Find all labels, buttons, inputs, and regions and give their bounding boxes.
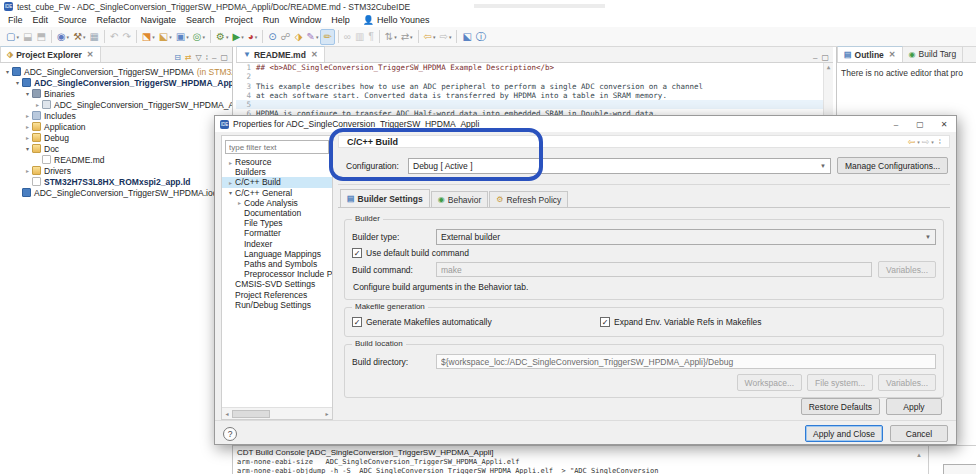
apply-and-close-button[interactable]: Apply and Close [805,425,883,442]
dropdown-caret-icon[interactable]: ▾ [255,34,258,40]
dropdown-caret-icon[interactable]: ▾ [169,34,172,40]
dropdown-caret-icon[interactable]: ▾ [449,34,452,40]
dialog-tree-hscrollbar[interactable]: ◂ ▸ [222,407,332,419]
dropdown-caret-icon[interactable]: ▾ [241,34,244,40]
close-icon[interactable]: ✕ [311,50,318,59]
block-select-icon[interactable]: ▥ [353,29,366,45]
search-icon[interactable]: ⊙ [266,29,278,45]
clean-icon[interactable]: ▦ [88,29,101,45]
scroll-left-icon[interactable]: ◂ [222,410,232,417]
twisty-open-icon[interactable]: ▾ [226,189,235,196]
back-icon[interactable]: ⇦▾ [422,29,438,45]
menu-window[interactable]: Window [284,15,326,25]
dropdown-caret-icon[interactable]: ▾ [433,34,436,40]
props-tree-item-builders[interactable]: Builders [222,167,332,177]
pin-icon[interactable]: ☍ [279,29,293,45]
build-external-icon[interactable]: ◉▾ [55,29,71,45]
build-hammer-icon[interactable]: ⚒▾ [71,29,87,45]
menu-search[interactable]: Search [181,15,220,25]
link-with-editor-icon[interactable]: ⇄ [185,53,192,62]
debug-icon[interactable]: ⚙▾ [214,29,230,45]
tab-project-explorer[interactable]: ⬗ Project Explorer ✕ [0,46,101,62]
minimize-icon[interactable]: ‒ [813,53,817,62]
cancel-button[interactable]: Cancel [890,425,948,442]
help-button[interactable]: ? [223,427,237,441]
variables-button[interactable]: Variables... [878,374,936,391]
new-stm32-project-icon[interactable]: ⬔▾ [140,29,157,45]
twisty-closed-icon[interactable]: ▸ [235,199,244,206]
props-tree-item-language-mappings[interactable]: Language Mappings [222,249,332,259]
tree-item-includes[interactable]: ▸Includes [0,110,232,121]
filter-icon[interactable]: ▽ [196,53,202,62]
dropdown-caret-icon[interactable]: ▾ [394,34,397,40]
close-icon[interactable]: ✕ [87,50,94,59]
back-icon[interactable]: ⇦ [908,137,916,147]
open-folder-icon[interactable]: ⬗ [293,29,305,45]
tree-item-stm32h7s3l8hx-romxspi2-app-ld[interactable]: STM32H7S3L8HX_ROMxspi2_app.ld [0,176,232,187]
dropdown-caret-icon[interactable]: ▾ [152,34,155,40]
last-edit-icon[interactable]: ⬕ [460,29,473,45]
filter-input[interactable] [225,140,329,154]
view-menu-icon[interactable]: ⁞ [206,53,208,62]
twisty-open-icon[interactable]: ▾ [23,145,32,152]
props-tree-item-c-c-build[interactable]: ▸C/C++ Build [222,177,332,187]
dropdown-caret-icon[interactable]: ▾ [186,34,189,40]
dropdown-caret-icon[interactable]: ▾ [16,34,19,40]
tab-refresh-policy[interactable]: ⚙Refresh Policy [489,191,568,207]
menu-source[interactable]: Source [53,15,92,25]
props-tree-item-preprocessor-include-pat[interactable]: Preprocessor Include Pat [222,269,332,279]
props-tree-item-cmsis-svd-settings[interactable]: CMSIS-SVD Settings [222,279,332,289]
run-icon[interactable]: ▶▾ [230,29,245,45]
dropdown-caret-icon[interactable]: ▾ [202,34,205,40]
tab-behavior[interactable]: ◉Behavior [431,191,489,207]
build-directory-input[interactable] [436,354,936,369]
tree-item-adc-singleconversion-triggersw[interactable]: ▾ADC_SingleConversion_TriggerSW_HPDMA(in… [0,66,232,77]
dialog-close-icon[interactable]: ✕ [932,116,956,132]
apply-button[interactable]: Apply [886,398,942,415]
tree-item-adc-singleconversion-triggersw[interactable]: ▾ADC_SingleConversion_TriggerSW_HPDMA_Ap… [0,77,232,88]
expand-env-refs-checkbox[interactable]: ✓ Expand Env. Variable Refs in Makefiles [600,317,762,327]
props-tree-item-indexer[interactable]: Indexer [222,239,332,249]
props-tree-item-file-types[interactable]: File Types [222,218,332,228]
dialog-maximize-icon[interactable]: ▢ [908,116,932,132]
tab-builder-settings[interactable]: ▤Builder Settings [340,189,430,207]
tree-item-doc[interactable]: ▾Doc [0,143,232,154]
save-icon[interactable]: ⬓ [21,29,34,45]
menu-project[interactable]: Project [220,15,258,25]
twisty-closed-icon[interactable]: ▸ [226,179,235,186]
twisty-open-icon[interactable]: ▾ [13,79,22,86]
save-all-icon[interactable]: ⬒ [34,29,47,45]
tab-build-target[interactable]: ◉ Build Targ [903,46,964,62]
twisty-closed-icon[interactable]: ▸ [23,167,32,174]
console-scroll-up-icon[interactable]: ▲ [916,452,922,458]
twisty-closed-icon[interactable]: ▸ [226,159,235,166]
generate-code-icon[interactable]: ◎▾ [191,29,207,45]
props-tree-item-resource[interactable]: ▸Resource [222,157,332,167]
undo-icon[interactable]: ↶ [108,29,120,45]
configuration-select[interactable]: Debug [ Active ] ▼ [408,158,831,174]
tree-item-readme-md[interactable]: README.md [0,154,232,165]
forward-icon[interactable]: ⇨▾ [437,29,453,45]
minimize-icon[interactable]: ‒ [212,53,216,62]
dropdown-caret-icon[interactable]: ▾ [83,34,86,40]
forward-icon[interactable]: ⇨ [922,137,930,147]
prev-annotation-icon[interactable]: ⇄▾ [399,29,415,45]
menu-run[interactable]: Run [258,15,285,25]
manage-configurations-button[interactable]: Manage Configurations... [837,157,948,174]
user-chip[interactable]: 👤 Hello Younes [363,15,430,25]
file-system-button[interactable]: File system... [807,374,873,391]
tab-readme[interactable]: ▼ README.md ✕ [236,46,325,62]
close-icon[interactable]: ✕ [889,50,896,59]
tree-item-drivers[interactable]: ▸Drivers [0,165,232,176]
maximize-icon[interactable]: ▢ [220,53,228,62]
dialog-title-bar[interactable]: IDE Properties for ADC_SingleConversion_… [215,116,956,132]
format-icon[interactable]: ✎▾ [305,29,321,45]
props-tree-item-documentation[interactable]: Documentation [222,208,332,218]
props-tree-item-project-references[interactable]: Project References [222,289,332,299]
props-tree-item-formatter[interactable]: Formatter [222,228,332,238]
info-icon[interactable]: ⓘ [474,29,488,45]
menu-edit[interactable]: Edit [28,15,54,25]
scroll-thumb[interactable] [232,410,270,418]
debug-config-icon[interactable]: ▣▾ [174,29,191,45]
tree-item-binaries[interactable]: ▾Binaries [0,88,232,99]
